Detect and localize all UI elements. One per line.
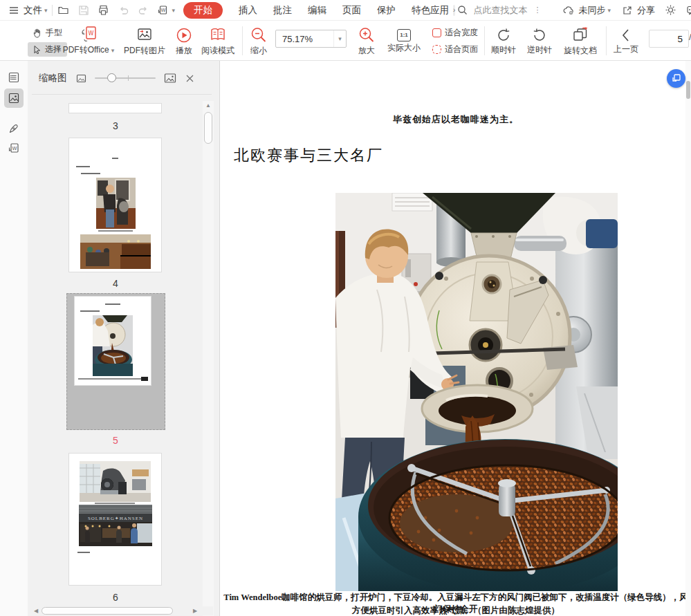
svg-text:W: W (89, 30, 94, 37)
tab-annotate[interactable]: 批注 (273, 4, 292, 17)
search-icon[interactable] (455, 3, 469, 17)
thumbnail-page-5-selected[interactable] (66, 293, 165, 430)
page-number-input[interactable] (649, 30, 689, 48)
export-word-icon[interactable]: W (4, 138, 24, 158)
rotate-document-button[interactable]: 旋转文档 (558, 21, 603, 60)
play-button[interactable]: 播放 (170, 21, 198, 60)
chevron-down-icon[interactable]: ▾ (44, 7, 48, 14)
navigation-strip: W (0, 61, 28, 616)
tab-protect[interactable]: 保护 (377, 4, 396, 17)
hamburger-menu-icon[interactable] (7, 3, 21, 17)
document-vertical-scrollbar[interactable] (685, 61, 691, 616)
actual-size-icon: 1:1 (397, 29, 411, 41)
svg-text:W: W (12, 146, 17, 151)
search-input[interactable]: 点此查找文本 (473, 4, 527, 17)
chevron-down-icon[interactable]: ▾ (607, 7, 611, 14)
close-panel-icon[interactable] (185, 74, 194, 83)
comment-icon[interactable] (685, 3, 691, 17)
figure-caption-top: 毕兹创始店以老咖啡迷为主。 (223, 113, 689, 126)
zoom-level-combobox[interactable]: 75.17% ▾ (275, 30, 347, 48)
share-icon[interactable] (620, 3, 634, 17)
zoom-level-value[interactable]: 75.17% (276, 34, 333, 44)
thumbnail-larger-icon[interactable] (164, 72, 176, 84)
thumbnail-page-6[interactable]: SOLBERG✦HANSEN (69, 454, 161, 585)
word-convert-icon[interactable]: W (156, 3, 170, 17)
sidebar-horizontal-scrollbar[interactable]: ◀ ▶ (32, 606, 213, 615)
scroll-up-icon[interactable]: ▲ (203, 102, 214, 109)
cloud-sync-icon[interactable] (562, 3, 575, 17)
divider (606, 26, 607, 55)
previous-page-button[interactable]: 上一页 (609, 21, 643, 60)
gear-icon[interactable] (664, 3, 678, 17)
print-icon[interactable] (97, 3, 111, 17)
slider-track (95, 77, 156, 79)
share-label[interactable]: 分享 (637, 4, 655, 17)
scrollbar-thumb[interactable] (204, 112, 212, 144)
pdf-to-office-label: PDF转Office (63, 45, 109, 55)
pdf-to-image-button[interactable]: PDF转图片 (118, 21, 172, 60)
chevron-down-icon[interactable]: ▾ (172, 7, 176, 14)
file-menu[interactable]: 文件 (24, 4, 42, 17)
app-window: 文件 ▾ W ▾ 开始 插入 批注 编辑 页面 保护 特色应用 › (0, 0, 691, 616)
page-number-5-current: 5 (67, 435, 164, 446)
pdf-page-view[interactable]: 毕兹创始店以老咖啡迷为主。 北欧赛事与三大名厂 (220, 61, 691, 616)
rotate-cw-icon (495, 27, 512, 44)
fit-width-button[interactable]: 适合宽度 (427, 26, 483, 40)
sync-status[interactable]: 未同步 (578, 4, 605, 17)
tab-edit[interactable]: 编辑 (308, 4, 326, 17)
save-icon[interactable] (77, 3, 91, 17)
thumbnail-page-4[interactable] (69, 138, 161, 272)
scroll-left-icon[interactable]: ◀ (32, 608, 40, 614)
tab-featured-apps[interactable]: 特色应用 (412, 4, 449, 17)
rotate-ccw-label: 逆时针 (527, 46, 552, 55)
thumbnail-size-slider[interactable] (95, 73, 156, 83)
open-folder-icon[interactable] (57, 3, 71, 17)
read-mode-button[interactable]: 阅读模式 (196, 21, 239, 60)
floating-word-convert-button[interactable] (667, 69, 685, 88)
annotation-pen-icon[interactable] (4, 119, 24, 138)
tab-page[interactable]: 页面 (342, 4, 361, 17)
pdf-to-office-button[interactable]: W PDF转Office▾ (57, 21, 120, 60)
page-number-6: 6 (67, 592, 164, 603)
zoom-out-label: 缩小 (250, 46, 267, 55)
scrollbar-thumb[interactable] (42, 607, 173, 615)
thumbnail-smaller-icon[interactable] (76, 73, 86, 84)
toolbar-ribbon: 手型 选择 W PDF转Office▾ PDF转图片 (0, 21, 691, 61)
svg-text:SOLBERG✦HANSEN: SOLBERG✦HANSEN (88, 516, 143, 521)
thumb4-photo-roaster-visit (96, 178, 136, 229)
slider-tick (128, 75, 129, 81)
divider (242, 26, 243, 55)
thumbnail-panel-icon-active[interactable] (4, 88, 24, 108)
chevron-left-icon (620, 28, 632, 43)
redo-icon[interactable] (136, 3, 150, 17)
zoom-out-button[interactable]: 缩小 (243, 21, 274, 60)
fit-width-label: 适合宽度 (445, 28, 478, 37)
pdf-to-office-icon: W (79, 26, 98, 44)
fit-width-icon (432, 28, 441, 37)
page-number-3: 3 (67, 120, 164, 131)
thumbnail-page-3-partial[interactable] (69, 104, 161, 113)
scrollbar-thumb[interactable] (686, 81, 690, 99)
fit-page-button[interactable]: 适合页面 (427, 42, 483, 57)
rotate-ccw-button[interactable]: 逆时针 (522, 21, 558, 60)
scroll-right-icon[interactable]: ▶ (191, 608, 199, 614)
thumb5-photo-roaster (93, 315, 133, 376)
fit-page-label: 适合页面 (445, 45, 478, 54)
tab-start-active[interactable]: 开始 (183, 2, 223, 19)
divider (484, 26, 485, 55)
sidebar-vertical-scrollbar[interactable]: ▲ ▼ (203, 101, 214, 616)
search-options-icon[interactable]: ⋮ (533, 6, 541, 15)
zoom-in-icon (358, 26, 376, 44)
thumbnail-panel-title: 缩略图 (39, 72, 67, 84)
menu-bar: 文件 ▾ W ▾ 开始 插入 批注 编辑 页面 保护 特色应用 › (0, 0, 691, 21)
tab-insert[interactable]: 插入 (239, 4, 257, 17)
rotate-cw-button[interactable]: 顺时针 (486, 21, 522, 60)
zoom-in-button[interactable]: 放大 (351, 21, 382, 60)
actual-size-button[interactable]: 1:1 实际大小 (382, 21, 426, 60)
combobox-arrow-icon[interactable]: ▾ (333, 30, 346, 47)
slider-knob[interactable] (107, 73, 116, 82)
undo-icon[interactable] (117, 3, 131, 17)
thumbnail-panel-header: 缩略图 (28, 65, 220, 91)
outline-panel-icon[interactable] (4, 68, 24, 87)
section-heading: 北欧赛事与三大名厂 (234, 145, 383, 166)
